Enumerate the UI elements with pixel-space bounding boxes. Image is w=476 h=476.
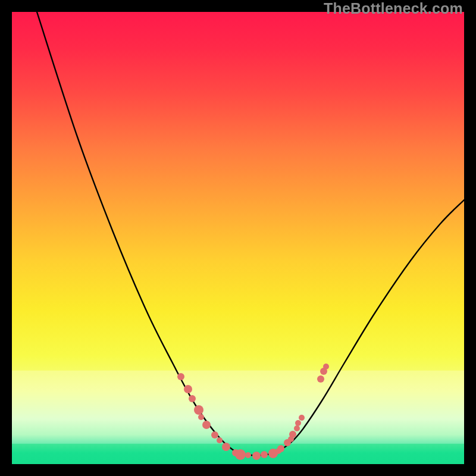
scatter-point <box>299 415 305 421</box>
scatter-point <box>189 395 196 402</box>
scatter-point <box>222 443 230 451</box>
scatter-point <box>323 364 329 369</box>
scatter-point <box>217 437 223 443</box>
scatter-point <box>252 452 261 460</box>
scatter-point <box>235 449 246 460</box>
chart-frame <box>12 12 464 464</box>
light-band-overlay <box>12 371 464 444</box>
scatter-point <box>261 451 268 458</box>
scatter-point <box>202 421 211 429</box>
scatter-point <box>194 405 203 415</box>
scatter-point <box>277 445 284 452</box>
scatter-point <box>295 420 301 426</box>
scatter-point <box>177 373 184 380</box>
scatter-point <box>211 431 218 439</box>
scatter-point <box>294 425 300 431</box>
bottleneck-chart <box>12 12 464 464</box>
watermark-text: TheBottleneck.com <box>324 0 463 17</box>
scatter-point <box>289 431 296 438</box>
scatter-point <box>198 414 204 420</box>
scatter-point <box>317 375 324 383</box>
scatter-point <box>184 385 192 393</box>
scatter-point <box>245 452 251 458</box>
